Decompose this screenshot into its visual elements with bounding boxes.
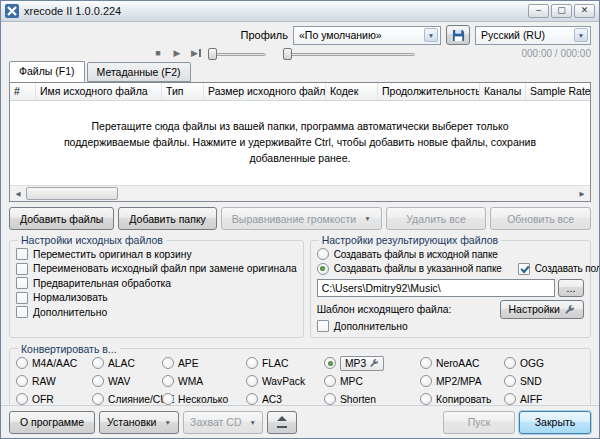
checkbox-icon — [16, 248, 28, 260]
format-option-wavpack[interactable]: WavPack — [246, 374, 324, 389]
language-value: Русский (RU) — [481, 29, 545, 41]
format-settings-button[interactable]: MP3 — [340, 356, 384, 371]
template-settings-button[interactable]: Настройки — [500, 300, 585, 319]
column-header-duration[interactable]: Продолжительность — [378, 83, 480, 100]
position-slider[interactable] — [283, 48, 415, 60]
language-select[interactable]: Русский (RU) ▼ — [475, 26, 591, 45]
radio-icon — [92, 375, 104, 387]
volume-slider[interactable] — [208, 48, 266, 60]
format-option-flac[interactable]: FLAC — [246, 356, 324, 371]
slider-thumb[interactable] — [283, 48, 292, 60]
checkbox-icon — [16, 277, 28, 289]
settings-label: Установки — [107, 416, 156, 428]
checkbox-label: Предварительная обработка — [33, 278, 171, 289]
close-window-button[interactable]: ✕ — [574, 4, 595, 18]
output-settings-title: Настройки результирующих файлов — [319, 234, 502, 246]
add-folder-button[interactable]: Добавить папку — [118, 207, 217, 230]
format-option-wav[interactable]: WAV — [92, 374, 162, 389]
checkbox-normalize[interactable]: Нормализовать — [16, 291, 297, 306]
eject-button[interactable] — [267, 411, 297, 434]
column-header-type[interactable]: Тип — [162, 83, 204, 100]
format-option-neroaac[interactable]: NeroAAC — [420, 356, 504, 371]
add-files-button[interactable]: Добавить файлы — [9, 207, 114, 230]
scrollbar-track[interactable] — [118, 186, 574, 201]
scrollbar-thumb[interactable] — [26, 187, 118, 200]
play-button[interactable]: ▶ — [170, 47, 184, 60]
format-option-ogg[interactable]: OGG — [504, 356, 584, 371]
radio-icon — [317, 263, 329, 275]
format-option-wma[interactable]: WMA — [162, 374, 246, 389]
column-header-samplerate[interactable]: Sample Rate — [526, 83, 590, 100]
window-title: xrecode II 1.0.0.224 — [24, 5, 121, 17]
checkbox-source-advanced[interactable]: Дополнительно — [16, 305, 297, 320]
checkbox-move-to-trash[interactable]: Переместить оригинал в корзину — [16, 247, 297, 262]
column-header-codec[interactable]: Кодек — [326, 83, 378, 100]
source-settings-title: Настройки исходных файлов — [18, 234, 166, 246]
radio-icon — [317, 248, 329, 260]
profile-label: Профиль — [241, 29, 289, 41]
stop-button[interactable]: ■ — [151, 47, 165, 60]
filename-template-label: Шаблон исходящего файла: — [317, 304, 452, 315]
profile-select[interactable]: «По умолчанию» ▼ — [293, 26, 441, 45]
radio-output-source-folder[interactable]: Создавать файлы в исходной папке — [317, 247, 584, 262]
column-header-size[interactable]: Размер исходного файла — [204, 83, 326, 100]
output-path-input[interactable] — [317, 279, 555, 297]
checkbox-full-source-path[interactable]: Создавать полный исходный путь — [518, 262, 600, 277]
save-icon — [452, 29, 465, 42]
format-option-ape[interactable]: APE — [162, 356, 246, 371]
checkbox-output-advanced[interactable]: Дополнительно — [317, 319, 584, 334]
cd-capture-label: Захват CD — [190, 416, 241, 428]
player-bar: ■ ▶ ▶ 000:00 / 000:00 — [9, 46, 591, 61]
slider-thumb[interactable] — [208, 48, 217, 60]
next-button[interactable]: ▶ — [189, 47, 203, 60]
refresh-all-button[interactable]: Обновить все — [490, 207, 591, 230]
add-files-label: Добавить файлы — [20, 213, 103, 225]
checkbox-label: Создавать полный исходный путь — [535, 263, 600, 274]
maximize-button[interactable]: ▢ — [551, 4, 572, 18]
radio-output-custom-folder[interactable]: Создавать файлы в указанной папке — [317, 262, 502, 277]
tab-files[interactable]: Файлы (F1) — [9, 61, 85, 82]
format-label: OGG — [520, 358, 544, 369]
format-option-mp2-mpa[interactable]: MP2/MPA — [420, 374, 504, 389]
horizontal-scrollbar[interactable]: ◀ ▶ — [10, 185, 590, 201]
chevron-down-icon: ▼ — [364, 215, 370, 222]
column-header-filename[interactable]: Имя исходного файла — [36, 83, 162, 100]
tab-metadata[interactable]: Метаданные (F2) — [87, 62, 191, 82]
format-label: SND — [520, 376, 542, 387]
radio-icon — [246, 375, 258, 387]
close-button[interactable]: Закрыть — [519, 411, 591, 434]
bottom-bar: О программе Установки ▼ Захват CD ▼ Пуск… — [1, 405, 599, 438]
cd-capture-button[interactable]: Захват CD ▼ — [183, 411, 263, 434]
scroll-right-arrow-icon[interactable]: ▶ — [574, 186, 590, 201]
checkbox-label: Дополнительно — [334, 321, 408, 332]
checkbox-label: Переместить оригинал в корзину — [33, 249, 192, 260]
minimize-button[interactable]: – — [528, 4, 549, 18]
format-option-raw[interactable]: RAW — [16, 374, 92, 389]
format-label: WavPack — [262, 376, 305, 387]
format-option-m4a-aac[interactable]: M4A/AAC — [16, 356, 92, 371]
radio-icon — [420, 375, 432, 387]
browse-folder-button[interactable]: ... — [558, 279, 584, 297]
about-button[interactable]: О программе — [9, 411, 95, 434]
table-header: # Имя исходного файла Тип Размер исходно… — [10, 83, 590, 101]
column-header-channels[interactable]: Каналы — [480, 83, 526, 100]
checkbox-preprocessing[interactable]: Предварительная обработка — [16, 276, 297, 291]
format-label: APE — [178, 358, 199, 369]
remove-all-button[interactable]: Удалить все — [386, 207, 487, 230]
format-option-snd[interactable]: SND — [504, 374, 584, 389]
checkbox-rename-original[interactable]: Переименовать исходный файл при замене о… — [16, 262, 297, 277]
volume-align-button[interactable]: Выравнивание громкости ▼ — [221, 207, 382, 230]
format-option-alac[interactable]: ALAC — [92, 356, 162, 371]
save-profile-button[interactable] — [446, 25, 470, 45]
format-option-mpc[interactable]: MPC — [324, 374, 420, 389]
drop-zone[interactable]: Перетащите сюда файлы из вашей папки, пр… — [10, 101, 590, 185]
radio-icon — [420, 393, 432, 405]
radio-icon — [420, 357, 432, 369]
column-header-index[interactable]: # — [10, 83, 36, 100]
format-option-mp3[interactable]: MP3 — [324, 356, 420, 371]
start-button[interactable]: Пуск — [443, 411, 515, 434]
settings-button[interactable]: Установки ▼ — [99, 411, 179, 434]
format-label: MPC — [340, 376, 363, 387]
scroll-left-arrow-icon[interactable]: ◀ — [10, 186, 26, 201]
app-window: xrecode II 1.0.0.224 – ▢ ✕ Профиль «По у… — [0, 0, 600, 439]
